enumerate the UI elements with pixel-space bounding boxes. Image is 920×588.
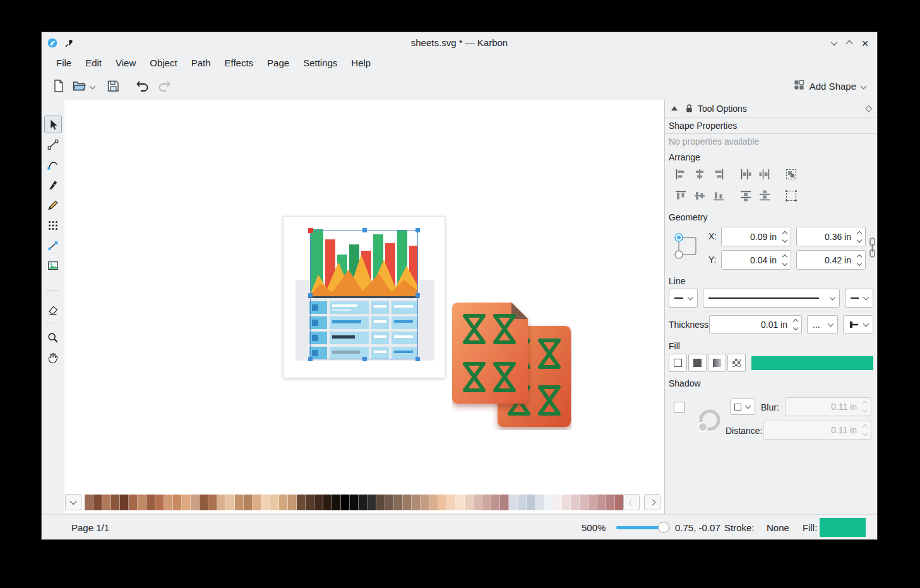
palette-swatch[interactable] <box>535 495 544 510</box>
align-top-button[interactable] <box>672 188 689 204</box>
palette-swatch[interactable] <box>412 495 421 510</box>
menu-help[interactable]: Help <box>344 56 378 70</box>
docker-lock-icon[interactable] <box>684 103 695 116</box>
fill-color-bar[interactable] <box>751 356 873 370</box>
palette-swatch[interactable] <box>120 495 129 510</box>
cap-style-button[interactable] <box>843 315 873 334</box>
y-position-spinbox[interactable]: 0.04 in <box>721 250 791 270</box>
palette-swatch[interactable] <box>129 495 138 510</box>
docker-float-icon[interactable]: ◇ <box>865 103 872 113</box>
new-document-button[interactable] <box>49 76 68 95</box>
palette-swatch[interactable] <box>350 495 359 510</box>
menu-page[interactable]: Page <box>260 56 296 70</box>
open-dropdown-button[interactable] <box>87 76 97 95</box>
save-button[interactable] <box>104 76 122 95</box>
distribute-left-button[interactable] <box>738 166 754 183</box>
palette-swatch[interactable] <box>182 495 191 510</box>
calligraphy-tool-button[interactable] <box>44 176 62 194</box>
palette-scroll-right-button[interactable] <box>644 494 660 510</box>
shadow-angle-selector[interactable] <box>696 407 723 435</box>
selection-handle-bottom-right[interactable] <box>415 357 420 361</box>
selection-tool-button[interactable] <box>44 116 62 133</box>
pan-tool-button[interactable] <box>44 349 62 367</box>
menu-file[interactable]: File <box>49 56 78 70</box>
selection-handle-top-center[interactable] <box>362 228 367 232</box>
palette-swatch[interactable] <box>253 495 261 510</box>
palette-swatch[interactable] <box>421 495 429 510</box>
window-maximize-button[interactable] <box>843 37 856 49</box>
palette-swatch[interactable] <box>456 495 465 510</box>
palette-swatch[interactable] <box>111 495 120 510</box>
menu-view[interactable]: View <box>109 56 143 70</box>
selection-handle-middle-left[interactable] <box>308 293 313 297</box>
boundingbox-button[interactable] <box>783 188 799 204</box>
gradient-editing-tool-button[interactable] <box>44 237 62 255</box>
palette-swatch[interactable] <box>544 495 553 510</box>
line-style-combo[interactable] <box>703 289 840 308</box>
palette-swatch[interactable] <box>208 495 217 510</box>
palette-swatch[interactable] <box>173 495 182 510</box>
menu-edit[interactable]: Edit <box>78 56 109 70</box>
palette-swatch[interactable] <box>270 495 279 510</box>
align-right-button[interactable] <box>710 166 727 183</box>
palette-swatch[interactable] <box>500 495 509 510</box>
palette-swatch[interactable] <box>191 495 200 510</box>
selection-handle-bottom-center[interactable] <box>362 357 367 361</box>
redo-button[interactable] <box>155 76 174 95</box>
selection-handle-bottom-left[interactable] <box>308 357 313 361</box>
palette-swatch[interactable] <box>93 495 102 510</box>
palette-swatch[interactable] <box>102 495 111 510</box>
eraser-tool-button[interactable] <box>44 301 62 319</box>
palette-swatch[interactable] <box>580 495 588 510</box>
stepper-icons[interactable] <box>783 232 787 242</box>
stepper-icons[interactable] <box>794 320 798 330</box>
palette-swatch[interactable] <box>235 495 244 510</box>
sheets-icon-artwork[interactable] <box>452 303 572 430</box>
shadow-blur-spinbox[interactable]: 0.11 in <box>785 397 871 416</box>
pattern-editing-tool-button[interactable] <box>44 217 62 234</box>
palette-swatch[interactable] <box>297 495 306 510</box>
palette-swatch[interactable] <box>367 495 376 510</box>
zoom-tool-button[interactable] <box>44 329 62 347</box>
distribute-bottom-button[interactable] <box>756 188 773 204</box>
palette-swatch[interactable] <box>359 495 367 510</box>
align-vcenter-button[interactable] <box>691 188 708 204</box>
palette-swatch[interactable] <box>332 495 341 510</box>
palette-swatch[interactable] <box>279 495 288 510</box>
width-spinbox[interactable]: 0.36 in <box>796 227 866 246</box>
fill-gradient-button[interactable] <box>708 354 726 372</box>
palette-swatch[interactable] <box>429 495 438 510</box>
shadow-color-button[interactable] <box>730 399 755 415</box>
fill-pattern-button[interactable] <box>727 354 746 372</box>
palette-swatch[interactable] <box>606 495 615 510</box>
line-end-marker-combo[interactable] <box>845 289 873 308</box>
fill-solid-button[interactable] <box>688 354 707 372</box>
pencil-tool-button[interactable] <box>44 196 62 214</box>
window-close-button[interactable]: × <box>859 37 871 49</box>
menu-settings[interactable]: Settings <box>296 56 344 70</box>
palette-expand-button[interactable] <box>65 494 81 510</box>
palette-swatch[interactable] <box>200 495 208 510</box>
palette-scroll-left-button[interactable] <box>623 494 640 510</box>
align-hcenter-button[interactable] <box>691 166 708 183</box>
thickness-spinbox[interactable]: 0.01 in <box>709 315 802 334</box>
palette-swatch[interactable] <box>288 495 297 510</box>
align-left-button[interactable] <box>672 166 689 183</box>
miter-combo[interactable]: ... <box>807 315 838 334</box>
fill-color-swatch[interactable] <box>820 518 866 537</box>
selection-handle-top-left[interactable] <box>308 228 313 233</box>
palette-swatch[interactable] <box>226 495 235 510</box>
palette-swatch[interactable] <box>146 495 155 510</box>
palette-swatch[interactable] <box>447 495 456 510</box>
menu-effects[interactable]: Effects <box>218 56 261 70</box>
image-tool-button[interactable] <box>44 257 62 275</box>
palette-swatch[interactable] <box>615 495 623 510</box>
palette-swatch[interactable] <box>385 495 394 510</box>
align-bottom-button[interactable] <box>710 188 727 204</box>
height-spinbox[interactable]: 0.42 in <box>796 250 866 270</box>
undo-button[interactable] <box>133 76 152 95</box>
palette-swatch[interactable] <box>376 495 385 510</box>
canvas[interactable] <box>64 100 664 493</box>
stepper-icons[interactable] <box>857 255 861 265</box>
stepper-icons[interactable] <box>857 232 861 242</box>
